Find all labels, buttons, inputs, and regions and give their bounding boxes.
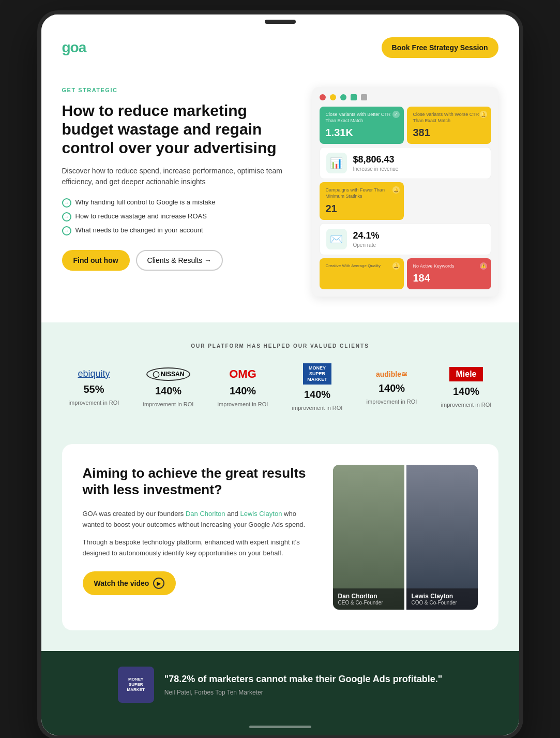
dash-card-creative: 🔔 Creative With Average Quality [320, 258, 404, 290]
about-text-2: Through a bespoke technology platform, e… [83, 537, 312, 559]
dot-green [340, 94, 346, 100]
about-right: 👤 Dan Chorlton CEO & Co-Founder 👤 Lewis … [333, 465, 478, 610]
device-notch [265, 20, 296, 24]
dot-check [351, 94, 357, 100]
hero-section: GET STRATEGIC How to reduce marketing bu… [41, 66, 519, 322]
about-left: Aiming to achieve the great results with… [83, 465, 312, 595]
testimonial-content: "78.2% of marketers cannot make their Go… [164, 673, 443, 696]
header: goa Book Free Strategy Session [41, 29, 519, 66]
device-frame: goa Book Free Strategy Session GET STRAT… [37, 10, 523, 738]
dot-yellow [330, 94, 336, 100]
dan-avatar: 👤 Dan Chorlton CEO & Co-Founder [333, 465, 404, 610]
dan-photo: 👤 Dan Chorlton CEO & Co-Founder [333, 465, 404, 610]
client-ebiquity: ebiquity 55% improvement in ROI [69, 368, 119, 406]
hero-right: ✓ Close Variants With Better CTR Than Ex… [312, 87, 498, 297]
dash-card-campaigns: 🔔 Campaigns with Fewer Than Minimum Stat… [320, 182, 404, 219]
revenue-icon: 📊 [326, 153, 347, 173]
book-strategy-button[interactable]: Book Free Strategy Session [382, 37, 498, 58]
ebiquity-logo: ebiquity [78, 368, 110, 379]
client-nissan: ◯ NISSAN 140% improvement in ROI [143, 367, 194, 407]
hero-bullets: Why handing full control to Google is a … [62, 198, 297, 235]
device-top [41, 14, 519, 29]
hero-bullet-3: What needs to be changed in your account [62, 226, 297, 235]
lewis-title: COO & Co-Founder [412, 600, 473, 606]
miele-logo: Miele [449, 367, 482, 381]
hero-subtitle: Discover how to reduce spend, increase p… [62, 166, 297, 187]
dash-card-open-rate: ✉️ 24.1% Open rate [320, 223, 491, 255]
client-miele: Miele 140% improvement in ROI [441, 367, 492, 408]
money-badge: MONEYSUPERMARKET [118, 667, 154, 703]
nissan-logo: ◯ NISSAN [146, 367, 191, 381]
play-icon: ▶ [153, 578, 164, 589]
clients-section: OUR PLATFORM HAS HELPED OUR VALUED CLIEN… [41, 322, 519, 444]
lewis-avatar: 👤 Lewis Clayton COO & Co-Founder [406, 465, 478, 610]
about-title: Aiming to achieve the great results with… [83, 465, 312, 498]
bullet-icon-3 [62, 226, 71, 235]
dan-label: Dan Chorlton CEO & Co-Founder [333, 588, 404, 610]
dash-toolbar [320, 94, 491, 100]
dash-grid: ✓ Close Variants With Better CTR Than Ex… [320, 107, 491, 289]
dan-placeholder: 👤 [333, 465, 404, 588]
hero-title: How to reduce marketing budget wastage a… [62, 101, 297, 157]
lewis-label: Lewis Clayton COO & Co-Founder [406, 588, 478, 610]
clients-results-button[interactable]: Clients & Results → [136, 250, 223, 271]
lewis-name: Lewis Clayton [412, 593, 473, 600]
device-bottom [41, 718, 519, 735]
money-badge-text: MONEYSUPERMARKET [127, 677, 145, 692]
bullet-icon-1 [62, 198, 71, 208]
client-money: MONEYSUPERMARKET 140% improvement in ROI [292, 363, 343, 410]
dan-name: Dan Chorlton [338, 593, 399, 600]
testimonial-section: MONEYSUPERMARKET "78.2% of marketers can… [41, 651, 519, 718]
find-out-button[interactable]: Find out how [62, 250, 130, 271]
hero-buttons: Find out how Clients & Results → [62, 250, 297, 271]
bullet-icon-2 [62, 212, 71, 222]
clients-label: OUR PLATFORM HAS HELPED OUR VALUED CLIEN… [62, 343, 498, 349]
audible-logo: audible≋ [376, 370, 407, 378]
founders-photos: 👤 Dan Chorlton CEO & Co-Founder 👤 Lewis … [333, 465, 478, 610]
hero-eyebrow: GET STRATEGIC [62, 87, 297, 93]
dot-gear [361, 94, 367, 100]
hero-left: GET STRATEGIC How to reduce marketing bu… [62, 87, 297, 271]
dash-card-keywords: ⚠️ No Active Keywords 184 [407, 258, 491, 290]
dash-card-variants-good: ✓ Close Variants With Better CTR Than Ex… [320, 107, 404, 144]
watch-video-button[interactable]: Watch the video ▶ [83, 571, 176, 595]
about-text-1: GOA was created by our founders Dan Chor… [83, 509, 312, 530]
dot-red [320, 94, 326, 100]
testimonial-attribution: Neil Patel, Forbes Top Ten Marketer [164, 689, 443, 696]
client-audible: audible≋ 140% improvement in ROI [367, 370, 417, 405]
logo: goa [62, 39, 86, 56]
client-omg: OMG 140% improvement in ROI [218, 367, 268, 407]
dan-title: CEO & Co-Founder [338, 600, 399, 606]
hero-bullet-2: How to reduce wastage and increase ROAS [62, 212, 297, 222]
about-section: Aiming to achieve the great results with… [41, 444, 519, 651]
email-icon: ✉️ [326, 229, 347, 249]
omg-logo: OMG [229, 367, 256, 381]
dan-link[interactable]: Dan Chorlton [186, 510, 225, 518]
dashboard-mockup: ✓ Close Variants With Better CTR Than Ex… [312, 87, 498, 297]
home-indicator [249, 726, 311, 728]
hero-bullet-1: Why handing full control to Google is a … [62, 198, 297, 208]
lewis-placeholder: 👤 [406, 465, 478, 588]
about-card: Aiming to achieve the great results with… [62, 444, 498, 630]
money-logo: MONEYSUPERMARKET [303, 363, 331, 384]
lewis-photo: 👤 Lewis Clayton COO & Co-Founder [406, 465, 478, 610]
dash-card-revenue: 📊 $8,806.43 Increase in revenue [320, 147, 491, 179]
lewis-link[interactable]: Lewis Clayton [240, 510, 282, 518]
testimonial-quote: "78.2% of marketers cannot make their Go… [164, 673, 443, 685]
clients-logos: ebiquity 55% improvement in ROI ◯ NISSAN… [62, 363, 498, 410]
dash-card-variants-bad: 🔔 Close Variants With Worse CTR Than Exa… [407, 107, 491, 144]
